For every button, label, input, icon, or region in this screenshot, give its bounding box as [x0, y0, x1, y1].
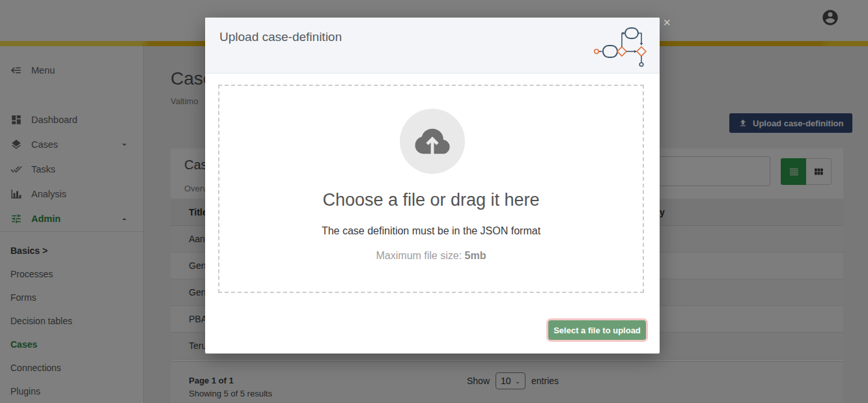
modal-header: Upload case-definition — [205, 18, 660, 74]
max-size-value: 5mb — [465, 250, 486, 261]
app-window: Menu Dashboard Cases Tasks Analysis Admi… — [0, 0, 868, 403]
file-dropzone[interactable]: Choose a file or drag it here The case d… — [218, 85, 644, 293]
upload-circle — [400, 109, 465, 174]
modal-close-icon[interactable]: ✕ — [663, 17, 671, 29]
modal-title: Upload case-definition — [219, 30, 342, 44]
dropzone-heading: Choose a file or drag it here — [219, 190, 643, 210]
dropzone-max-size: Maximum file size: 5mb — [219, 250, 643, 262]
cloud-upload-icon — [413, 122, 451, 160]
bpmn-diagram-icon — [593, 25, 649, 68]
upload-modal: Upload case-definition — [205, 18, 660, 354]
select-file-button[interactable]: Select a file to upload — [548, 320, 646, 340]
max-size-label: Maximum file size: — [376, 250, 465, 261]
dropzone-format-note: The case definition must be in the JSON … — [219, 225, 643, 237]
